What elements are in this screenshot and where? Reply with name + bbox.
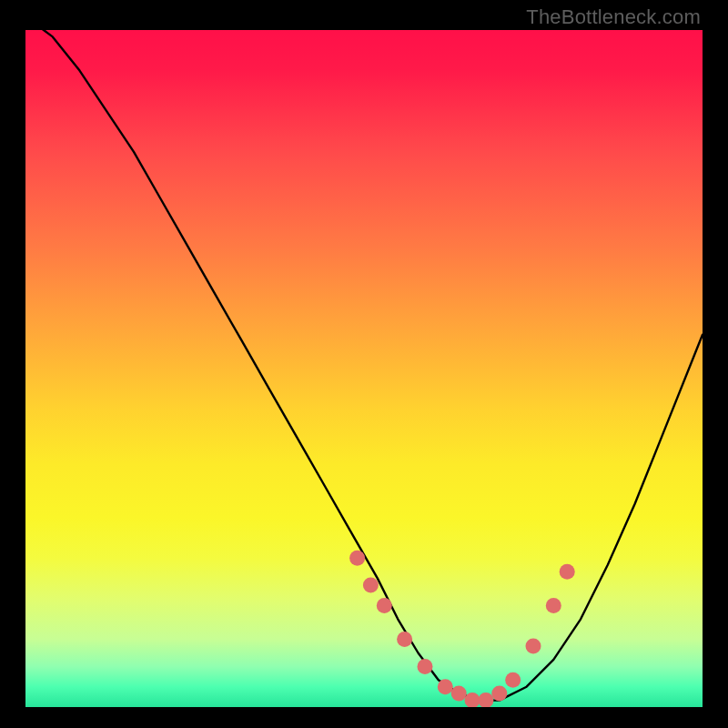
threshold-dot	[377, 598, 392, 613]
attribution-text: TheBottleneck.com	[526, 5, 701, 29]
threshold-dot	[349, 551, 365, 566]
threshold-dot	[451, 686, 467, 702]
threshold-dot	[526, 639, 541, 654]
threshold-dot	[465, 693, 480, 707]
threshold-dot	[478, 693, 493, 707]
threshold-dot	[418, 659, 433, 674]
threshold-dot	[438, 679, 453, 694]
chart-plot-area	[25, 30, 703, 707]
bottleneck-curve	[25, 30, 703, 701]
threshold-dot	[397, 632, 412, 647]
threshold-dot	[505, 672, 521, 688]
threshold-dot	[546, 598, 561, 613]
threshold-dot	[560, 564, 575, 580]
threshold-dot	[363, 578, 379, 593]
threshold-dot	[491, 686, 507, 702]
chart-svg	[25, 30, 703, 707]
